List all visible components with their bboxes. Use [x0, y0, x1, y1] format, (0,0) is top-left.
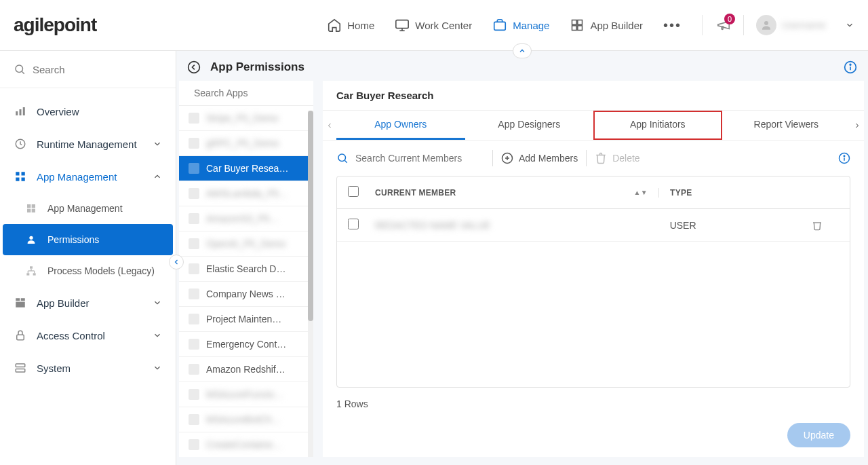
app-list-item[interactable]: Company News …	[179, 282, 313, 307]
nav-home[interactable]: Home	[327, 18, 374, 33]
app-list-item[interactable]: Elastic Search D…	[179, 257, 313, 282]
svg-rect-33	[16, 302, 25, 308]
sidebar-item-label: Runtime Management	[37, 138, 137, 150]
members-search-input[interactable]	[355, 153, 484, 164]
column-header-member[interactable]: CURRENT MEMBER	[375, 188, 456, 198]
sidebar-item-label: Access Control	[37, 330, 105, 341]
app-list-item[interactable]: Stripe_P5_Demo	[179, 106, 313, 131]
apps-search-input[interactable]	[194, 88, 313, 98]
delete-label: Delete	[612, 153, 639, 164]
apps-search[interactable]	[179, 81, 313, 106]
back-button[interactable]	[187, 60, 201, 74]
app-label: MSAzureBotCh…	[206, 414, 281, 425]
delete-button[interactable]: Delete	[595, 152, 639, 164]
sidebar-child-process-models[interactable]: Process Models (Legacy)	[0, 255, 176, 286]
chevron-down-icon	[153, 363, 162, 373]
briefcase-icon	[492, 18, 507, 33]
collapse-top-button[interactable]	[513, 43, 532, 58]
tabs-scroll-right[interactable]	[850, 111, 864, 140]
nav-more[interactable]: •••	[663, 18, 682, 33]
update-button[interactable]: Update	[787, 423, 850, 447]
svg-rect-22	[32, 209, 35, 212]
app-label: Elastic Search D…	[206, 263, 285, 274]
app-icon	[189, 314, 199, 324]
sidebar-item-app-builder[interactable]: App Builder	[0, 286, 176, 319]
trash-icon	[595, 152, 607, 164]
svg-rect-18	[22, 178, 25, 181]
svg-rect-6	[572, 26, 577, 31]
sidebar-item-access-control[interactable]: Access Control	[0, 319, 176, 352]
nav-manage-label: Manage	[513, 20, 549, 31]
sidebar-child-app-management[interactable]: App Management	[0, 193, 176, 224]
app-list-item[interactable]: gRPC_P5_Demo	[179, 131, 313, 156]
app-list-item[interactable]: AmazonS3_P5…	[179, 206, 313, 231]
svg-point-37	[189, 62, 200, 73]
tab-label: App Designers	[498, 119, 560, 130]
sidebar-item-runtime[interactable]: Runtime Management	[0, 128, 176, 160]
chevron-up-icon	[153, 172, 162, 181]
app-icon	[189, 163, 199, 174]
add-members-button[interactable]: Add Members	[501, 152, 578, 164]
column-header-type[interactable]: TYPE	[670, 188, 692, 198]
apps-scrollbar[interactable]	[308, 111, 313, 457]
tabs-scroll-left[interactable]	[323, 111, 336, 140]
sidebar-item-overview[interactable]: Overview	[0, 95, 176, 128]
notifications-button[interactable]: 0	[716, 18, 731, 33]
tab-app-owners[interactable]: App Owners	[336, 111, 465, 140]
sidebar-search[interactable]	[0, 51, 176, 88]
row-checkbox[interactable]	[348, 219, 359, 229]
app-label: gRPC_P5_Demo	[206, 138, 279, 149]
app-list-item[interactable]: Emergency Cont…	[179, 332, 313, 357]
user-name: Username	[782, 20, 840, 31]
nav-app-builder[interactable]: App Builder	[570, 18, 643, 33]
app-icon	[189, 113, 199, 124]
select-all-checkbox[interactable]	[348, 186, 359, 197]
tab-app-designers[interactable]: App Designers	[465, 111, 594, 140]
nav-app-builder-label: App Builder	[590, 20, 643, 31]
app-icon	[189, 364, 199, 375]
app-list-item[interactable]: CreateContaine…	[179, 432, 313, 457]
app-label: Car Buyer Resea…	[206, 163, 288, 174]
info-button[interactable]	[838, 152, 850, 164]
members-search[interactable]	[336, 152, 484, 164]
sidebar-search-input[interactable]	[33, 64, 162, 75]
app-list-item[interactable]: OpenAI_P5_Demo	[179, 231, 313, 257]
sidebar-child-permissions[interactable]: Permissions	[3, 224, 173, 255]
divider	[492, 150, 493, 166]
info-button[interactable]	[844, 60, 857, 74]
app-list-item[interactable]: Amazon Redshif…	[179, 357, 313, 382]
search-icon	[14, 63, 26, 75]
sort-icon[interactable]: ▲▼	[634, 189, 648, 196]
app-list-item[interactable]: AWSLambda_P5…	[179, 181, 313, 206]
app-icon	[189, 263, 199, 274]
row-delete-button[interactable]	[812, 220, 839, 231]
nav-manage[interactable]: Manage	[492, 18, 549, 33]
svg-rect-4	[572, 20, 577, 25]
sidebar-item-label: Overview	[37, 106, 79, 117]
app-icon	[189, 389, 199, 400]
tab-app-initiators[interactable]: App Initiators	[593, 111, 722, 140]
svg-point-8	[764, 21, 768, 25]
app-list-item[interactable]: MSAzureFuncto…	[179, 382, 313, 407]
app-icon	[189, 289, 199, 299]
app-list-item[interactable]: MSAzureBotCh…	[179, 407, 313, 432]
chevron-down-icon	[153, 331, 162, 340]
server-icon	[14, 361, 27, 375]
user-menu[interactable]: Username	[743, 15, 854, 35]
sidebar-item-label: System	[37, 362, 71, 374]
app-icon	[189, 439, 199, 450]
nav-work-center[interactable]: Work Center	[395, 18, 472, 33]
tab-report-viewers[interactable]: Report Viewers	[722, 111, 851, 140]
sidebar-child-label: Permissions	[47, 234, 99, 245]
svg-rect-19	[27, 204, 31, 208]
sidebar-item-label: App Management	[37, 171, 117, 183]
plus-circle-icon	[501, 152, 513, 164]
svg-rect-34	[17, 335, 24, 340]
sidebar-item-app-management[interactable]: App Management	[0, 160, 176, 193]
svg-point-50	[844, 155, 845, 157]
sidebar-item-system[interactable]: System	[0, 352, 176, 384]
collapse-left-button[interactable]	[169, 255, 184, 269]
app-list-item[interactable]: Project Mainten…	[179, 307, 313, 332]
app-list-item[interactable]: Car Buyer Resea…	[179, 156, 313, 181]
table-row[interactable]: REDACTED NAME VALUEUSER	[337, 209, 850, 242]
